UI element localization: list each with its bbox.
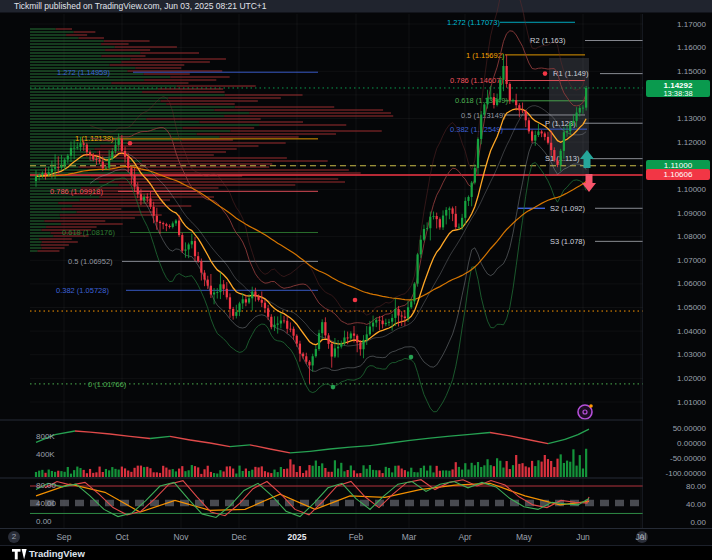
volume-profile-row [30, 223, 61, 225]
volume-ma-line [170, 436, 190, 440]
candle-body [89, 152, 91, 155]
volume-profile-row [30, 28, 56, 30]
volume-ma-line [310, 449, 330, 451]
volume-bar [493, 466, 495, 477]
volume-ma-line [130, 436, 150, 438]
volume-profile-row [37, 250, 59, 252]
volume-profile-row [100, 145, 258, 147]
candle-body [118, 139, 120, 145]
candle-body [130, 168, 132, 175]
volume-bar [168, 470, 170, 477]
volume-profile-row [30, 163, 103, 165]
volume-bar [70, 474, 72, 477]
volume-profile-row [30, 118, 146, 120]
volume-bar [334, 460, 336, 477]
volume-profile-row [58, 202, 165, 204]
price-tick: 1.10000 [677, 185, 706, 194]
candle-body [273, 325, 275, 327]
volume-profile-row [249, 112, 391, 114]
price-tick: 1.06000 [677, 279, 706, 288]
candle-body [388, 322, 390, 323]
candle-body [382, 321, 384, 325]
candle-body [359, 342, 361, 349]
volume-bar [372, 470, 374, 477]
volume-bar [350, 465, 352, 477]
volume-profile-row [66, 34, 87, 36]
volume-profile-row [99, 196, 214, 198]
candle-body [318, 333, 320, 349]
middle-pane-left-tick: 800K [36, 432, 55, 441]
candle-body [312, 356, 314, 365]
candle-body [556, 160, 558, 165]
candle-body [280, 320, 282, 323]
volume-ma-line [230, 445, 250, 447]
volume-profile-row [30, 241, 42, 243]
volume-ma-line [110, 434, 130, 436]
candle-body [553, 150, 555, 160]
candle-body [194, 241, 196, 256]
candle-body [397, 309, 399, 316]
volume-bar [436, 466, 438, 477]
volume-bar [83, 470, 85, 477]
volume-profile-row [144, 79, 216, 81]
volume-profile-row [30, 97, 168, 99]
bottom-pane-left-tick: 40.00 [36, 499, 56, 508]
volume-bar [258, 467, 260, 477]
candle-body [474, 168, 476, 183]
candle-body [496, 99, 498, 105]
price-axis[interactable]: 1.14292 13:38:38 1.11000 1.10606 1.17000… [643, 14, 712, 545]
volume-profile-row [72, 205, 191, 207]
volume-bar [537, 460, 539, 477]
volume-profile-row [142, 91, 225, 93]
time-axis[interactable]: 2 A SepOctNovDec2025FebMarAprMayJunJul [0, 528, 712, 545]
volume-profile-row [170, 76, 229, 78]
volume-profile-row [135, 67, 181, 69]
candle-body [114, 145, 116, 151]
candle-body [57, 167, 59, 168]
middle-pane-right-tick: -50.00000 [670, 454, 706, 463]
candle-body [534, 135, 536, 141]
last-price-badge: 1.14292 13:38:38 [646, 80, 710, 97]
volume-ma-line [490, 433, 510, 436]
volume-profile-row [60, 214, 162, 216]
candle-body [95, 159, 97, 160]
stoch-slow-line [36, 483, 589, 512]
volume-profile-row [30, 247, 41, 249]
fib-level-label: 0.618 (1.08176) [62, 228, 115, 237]
middle-pane-right-tick: 50.00000 [673, 424, 706, 433]
volume-ma-line [390, 440, 410, 443]
volume-bar [267, 472, 269, 477]
candle-body [38, 175, 40, 176]
volume-ma-line [410, 438, 430, 440]
volume-ma-line [430, 436, 450, 438]
volume-profile-row [30, 232, 51, 234]
volume-bar [261, 466, 263, 477]
candle-body [480, 115, 482, 139]
pane-collapse-badge[interactable]: 2 [8, 531, 20, 543]
volume-profile-row [155, 172, 360, 174]
volume-bar [353, 470, 355, 477]
candle-body [156, 216, 158, 222]
volume-profile-row [56, 28, 72, 30]
candle-body [286, 321, 288, 329]
candle-body [401, 316, 403, 317]
candle-body [477, 139, 479, 168]
candle-body [92, 155, 94, 159]
candle-body [362, 340, 364, 349]
volume-profile-row [30, 217, 60, 219]
footer-bar: TradingView [0, 545, 712, 560]
candle-body [541, 131, 543, 133]
candle-body [162, 223, 164, 224]
candle-body [270, 317, 272, 327]
candle-body [86, 145, 88, 152]
candle-body [261, 300, 263, 303]
candle-body [417, 254, 419, 283]
volume-bar [331, 472, 333, 477]
candle-body [420, 240, 422, 255]
volume-bar [289, 459, 291, 477]
tradingview-brand-text[interactable]: TradingView [29, 548, 85, 559]
volume-bar [531, 461, 533, 477]
tradingview-published-chart[interactable]: Tickmill published on TradingView.com, J… [0, 0, 712, 560]
chart-canvas[interactable]: 1.272 (1.14959)1 (1.12138)0.786 (1.09918… [0, 0, 712, 560]
volume-ma-line [90, 432, 110, 434]
